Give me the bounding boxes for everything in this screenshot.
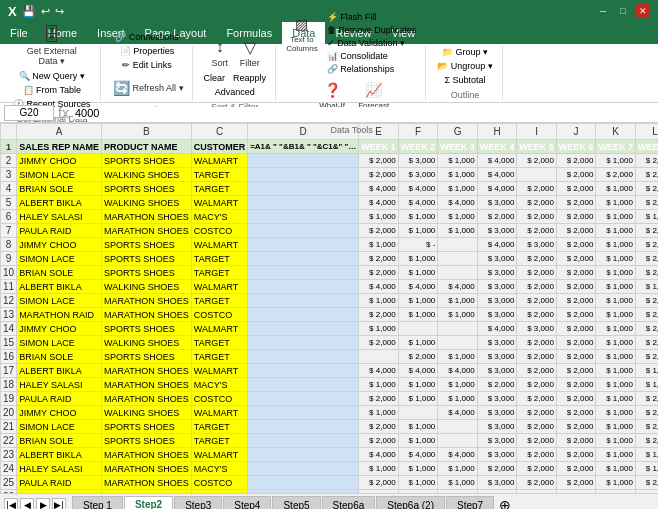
cell-6-4[interactable]: $ 1,000: [359, 210, 399, 224]
cell-11-5[interactable]: $ 4,000: [398, 280, 438, 294]
cell-25-11[interactable]: $ 2,000: [635, 476, 658, 490]
reapply-btn[interactable]: Reapply: [230, 72, 269, 84]
cell-12-4[interactable]: $ 1,000: [359, 294, 399, 308]
cell-12-11[interactable]: $ 2,000: [635, 294, 658, 308]
cell-9-2[interactable]: TARGET: [191, 252, 247, 266]
row-17-header[interactable]: 17: [1, 364, 17, 378]
cell-23-1[interactable]: MARATHON SHOES: [101, 448, 191, 462]
cell-19-3[interactable]: [248, 392, 359, 406]
cell-26-1[interactable]: WALKING SHOES: [101, 490, 191, 494]
cell-5-9[interactable]: $ 2,000: [556, 196, 596, 210]
cell-2-4[interactable]: $ 2,000: [359, 154, 399, 168]
cell-14-5[interactable]: [398, 322, 438, 336]
cell-5-7[interactable]: $ 3,000: [477, 196, 517, 210]
cell-15-7[interactable]: $ 3,000: [477, 336, 517, 350]
cell-11-6[interactable]: $ 4,000: [438, 280, 478, 294]
cell-22-0[interactable]: BRIAN SOLE: [17, 434, 102, 448]
cell-4-5[interactable]: $ 4,000: [398, 182, 438, 196]
cell-15-1[interactable]: WALKING SHOES: [101, 336, 191, 350]
cell-11-0[interactable]: ALBERT BIKLA: [17, 280, 102, 294]
cell-18-7[interactable]: $ 2,000: [477, 378, 517, 392]
cell-reference-input[interactable]: [4, 105, 54, 121]
cell-20-10[interactable]: $ 1,000: [596, 406, 636, 420]
cell-24-8[interactable]: $ 2,000: [517, 462, 557, 476]
cell-4-4[interactable]: $ 4,000: [359, 182, 399, 196]
cell-12-7[interactable]: $ 3,000: [477, 294, 517, 308]
cell-21-5[interactable]: $ 1,000: [398, 420, 438, 434]
cell-2-8[interactable]: $ 2,000: [517, 154, 557, 168]
row-4-header[interactable]: 4: [1, 182, 17, 196]
sheet-nav-prev[interactable]: ◀: [20, 498, 34, 510]
sheet-nav-last[interactable]: ▶|: [52, 498, 66, 510]
cell-10-6[interactable]: [438, 266, 478, 280]
row-19-header[interactable]: 19: [1, 392, 17, 406]
sheet-tab-step6a[interactable]: Step6a: [322, 496, 376, 510]
cell-25-9[interactable]: $ 2,000: [556, 476, 596, 490]
cell-11-1[interactable]: WALKING SHOES: [101, 280, 191, 294]
cell-23-6[interactable]: $ 4,000: [438, 448, 478, 462]
cell-5-4[interactable]: $ 4,000: [359, 196, 399, 210]
cell-15-4[interactable]: $ 2,000: [359, 336, 399, 350]
cell-3-4[interactable]: $ 2,000: [359, 168, 399, 182]
cell-5-0[interactable]: ALBERT BIKLA: [17, 196, 102, 210]
cell-19-9[interactable]: $ 2,000: [556, 392, 596, 406]
cell-3-5[interactable]: $ 3,000: [398, 168, 438, 182]
row-3-header[interactable]: 3: [1, 168, 17, 182]
cell-c1[interactable]: CUSTOMER: [191, 140, 247, 154]
cell-13-1[interactable]: MARATHON SHOES: [101, 308, 191, 322]
cell-22-1[interactable]: SPORTS SHOES: [101, 434, 191, 448]
cell-8-5[interactable]: $ -: [398, 238, 438, 252]
cell-9-8[interactable]: $ 2,000: [517, 252, 557, 266]
cell-13-6[interactable]: $ 1,000: [438, 308, 478, 322]
cell-7-5[interactable]: $ 1,000: [398, 224, 438, 238]
sheet-tab-step6a2[interactable]: Step6a (2): [376, 496, 445, 510]
cell-15-5[interactable]: $ 1,000: [398, 336, 438, 350]
cell-5-2[interactable]: WALMART: [191, 196, 247, 210]
flash-fill-btn[interactable]: ⚡ Flash Fill: [324, 11, 420, 23]
cell-20-4[interactable]: $ 1,000: [359, 406, 399, 420]
cell-15-11[interactable]: $ 2,000: [635, 336, 658, 350]
cell-17-5[interactable]: $ 4,000: [398, 364, 438, 378]
filter-btn[interactable]: ▽ Filter: [237, 34, 263, 70]
cell-16-10[interactable]: $ 1,000: [596, 350, 636, 364]
cell-23-0[interactable]: ALBERT BIKLA: [17, 448, 102, 462]
cell-22-5[interactable]: $ 1,000: [398, 434, 438, 448]
cell-8-1[interactable]: SPORTS SHOES: [101, 238, 191, 252]
cell-3-7[interactable]: $ 4,000: [477, 168, 517, 182]
cell-17-11[interactable]: $ 1,000: [635, 364, 658, 378]
cell-25-7[interactable]: $ 3,000: [477, 476, 517, 490]
cell-9-7[interactable]: $ 3,000: [477, 252, 517, 266]
cell-24-1[interactable]: MARATHON SHOES: [101, 462, 191, 476]
cell-10-7[interactable]: $ 3,000: [477, 266, 517, 280]
cell-15-6[interactable]: [438, 336, 478, 350]
cell-18-2[interactable]: MACY'S: [191, 378, 247, 392]
cell-24-11[interactable]: $ 1,000: [635, 462, 658, 476]
cell-12-1[interactable]: MARATHON SHOES: [101, 294, 191, 308]
cell-15-8[interactable]: $ 2,000: [517, 336, 557, 350]
row-7-header[interactable]: 7: [1, 224, 17, 238]
row-21-header[interactable]: 21: [1, 420, 17, 434]
cell-25-5[interactable]: $ 1,000: [398, 476, 438, 490]
cell-11-7[interactable]: $ 3,000: [477, 280, 517, 294]
edit-links-btn[interactable]: ✏ Edit Links: [119, 59, 175, 71]
cell-3-10[interactable]: $ 2,000: [596, 168, 636, 182]
cell-24-2[interactable]: MACY'S: [191, 462, 247, 476]
cell-23-11[interactable]: $ 1,000: [635, 448, 658, 462]
undo-qa-btn[interactable]: ↩: [40, 4, 51, 19]
cell-12-6[interactable]: $ 1,000: [438, 294, 478, 308]
row-13-header[interactable]: 13: [1, 308, 17, 322]
cell-d1[interactable]: =A1& " "&B1& " "&C1&" "…: [248, 140, 359, 154]
row-18-header[interactable]: 18: [1, 378, 17, 392]
cell-4-11[interactable]: $ 2,000: [635, 182, 658, 196]
cell-16-7[interactable]: $ 3,000: [477, 350, 517, 364]
sheet-tab-step4[interactable]: Step4: [223, 496, 271, 510]
cell-10-8[interactable]: $ 2,000: [517, 266, 557, 280]
cell-19-0[interactable]: PAULA RAID: [17, 392, 102, 406]
cell-9-11[interactable]: $ 2,000: [635, 252, 658, 266]
cell-7-4[interactable]: $ 2,000: [359, 224, 399, 238]
cell-6-2[interactable]: MACY'S: [191, 210, 247, 224]
cell-15-3[interactable]: [248, 336, 359, 350]
cell-a1[interactable]: SALES REP NAME: [17, 140, 102, 154]
row-12-header[interactable]: 12: [1, 294, 17, 308]
cell-22-2[interactable]: TARGET: [191, 434, 247, 448]
